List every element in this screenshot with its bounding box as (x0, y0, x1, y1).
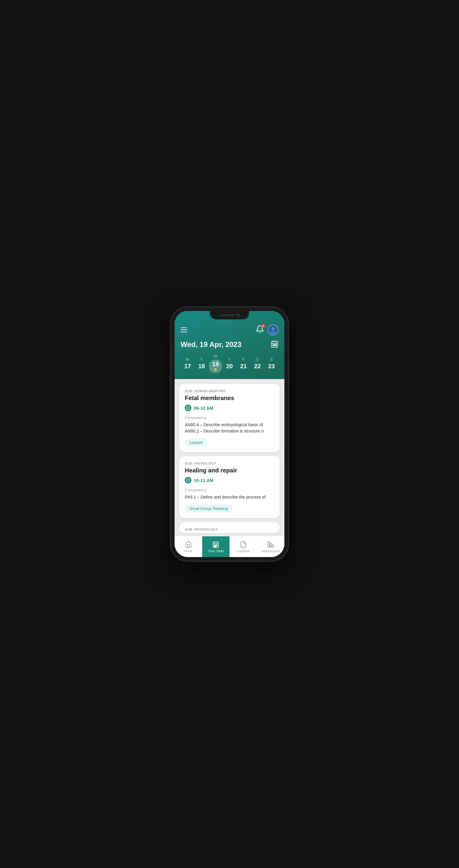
time-row-1: 09-10 AM (185, 405, 274, 411)
header-icons: 0 (256, 324, 278, 335)
bottom-nav: Home Time Table (174, 536, 285, 557)
subject-label-1: SUB: HUMAN ANATOMY (185, 389, 274, 393)
competency-label-1: Competency (185, 415, 274, 420)
content-area: SUB: HUMAN ANATOMY Fetal membranes 09-10… (174, 379, 285, 536)
svg-rect-20 (214, 546, 215, 547)
notch (210, 311, 249, 319)
time-text-1: 09-10 AM (194, 405, 213, 411)
card-physiology[interactable]: SUB: PHYSIOLOGY Respiratory Physiology 1… (179, 522, 280, 533)
avatar[interactable] (268, 324, 278, 335)
phone-screen: 0 Wed, 19 Apr, 2023 (174, 311, 285, 557)
competency-label-2: Competency (185, 488, 274, 492)
calendar-icon[interactable] (271, 340, 278, 349)
day-friday[interactable]: F 21 (236, 357, 251, 370)
volume-down-button (170, 372, 171, 384)
phone-frame: 0 Wed, 19 Apr, 2023 (171, 307, 288, 561)
competency-text-1: AN80.4 – Describe embryological basis of… (185, 422, 274, 434)
svg-rect-24 (272, 545, 273, 547)
menu-button[interactable] (181, 328, 187, 332)
camera (237, 314, 240, 317)
svg-rect-23 (270, 543, 271, 547)
current-date: Wed, 19 Apr, 2023 (181, 340, 241, 349)
svg-rect-19 (217, 545, 218, 546)
volume-up-button (170, 355, 171, 367)
topic-title-1: Fetal membranes (185, 395, 274, 402)
active-day-dot (214, 368, 217, 371)
svg-rect-21 (216, 546, 216, 547)
clock-icon-1 (185, 405, 191, 411)
topic-title-2: Healing and repair (185, 467, 274, 474)
svg-rect-22 (268, 542, 269, 547)
day-saturday[interactable]: S 22 (251, 357, 265, 370)
svg-rect-7 (273, 345, 274, 345)
day-wednesday[interactable]: W 19 (208, 354, 223, 373)
notification-badge: 0 (261, 324, 265, 328)
svg-rect-9 (275, 345, 276, 345)
subject-label-3: SUB: PHYSIOLOGY (185, 528, 274, 531)
nav-logbook-label: Logbook (237, 549, 250, 553)
tag-lecture: Lecture (185, 438, 207, 446)
day-thursday[interactable]: T 20 (223, 357, 237, 370)
nav-home[interactable]: Home (174, 536, 202, 557)
header-top-row: 0 (181, 324, 278, 335)
svg-point-2 (270, 331, 276, 335)
subject-label-2: SUB: PATHOLOGY (185, 462, 274, 465)
svg-point-1 (271, 327, 275, 331)
card-human-anatomy[interactable]: SUB: HUMAN ANATOMY Fetal membranes 09-10… (179, 384, 280, 452)
nav-assessment[interactable]: Assessment (257, 536, 285, 557)
tag-small-group: Small Group Teaching (185, 504, 233, 513)
date-row: Wed, 19 Apr, 2023 (181, 340, 278, 349)
day-monday[interactable]: M 17 (181, 357, 195, 370)
svg-rect-17 (214, 545, 215, 546)
week-row: M 17 T 18 W 19 T 20 (181, 354, 278, 373)
competency-text-2: PA5.1 – Define and describe the process … (185, 494, 274, 500)
time-text-2: 10-11 AM (194, 478, 213, 483)
power-button (288, 363, 289, 381)
card-pathology[interactable]: SUB: PATHOLOGY Healing and repair 10-11 … (179, 456, 280, 518)
nav-logbook[interactable]: Logbook (230, 536, 257, 557)
app-header: 0 Wed, 19 Apr, 2023 (174, 311, 285, 379)
time-row-2: 10-11 AM (185, 477, 274, 484)
avatar-image (268, 325, 278, 335)
svg-rect-8 (274, 345, 275, 345)
nav-timetable-label: Time Table (208, 549, 224, 553)
nav-assessment-label: Assessment (262, 549, 280, 553)
day-sunday[interactable]: S 23 (264, 357, 278, 370)
clock-icon-2 (185, 477, 191, 484)
speaker (219, 314, 234, 316)
svg-rect-18 (216, 545, 216, 546)
notification-bell[interactable]: 0 (256, 325, 264, 335)
day-tuesday[interactable]: T 18 (195, 357, 209, 370)
nav-timetable[interactable]: Time Table (202, 536, 230, 557)
nav-home-label: Home (184, 549, 193, 553)
